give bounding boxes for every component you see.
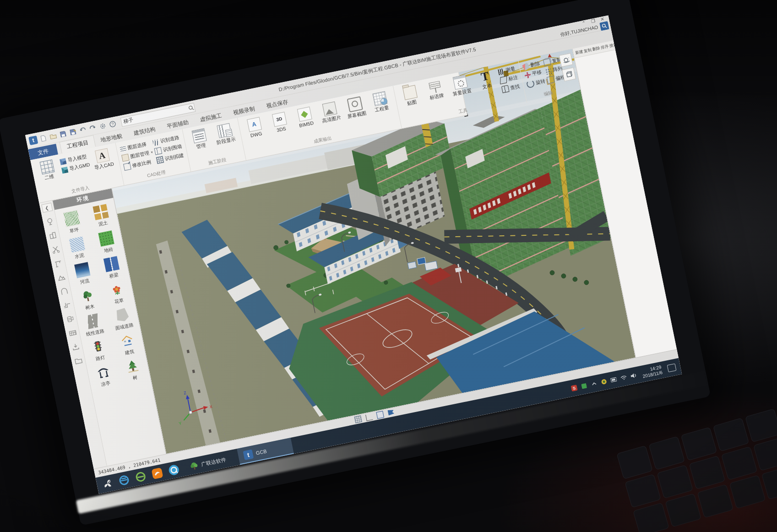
palette-item-trees[interactable]: 树木 xyxy=(71,286,105,314)
building-category-icon[interactable] xyxy=(48,231,57,240)
palette-item-flower[interactable]: 花草 xyxy=(101,280,135,307)
open-file-icon[interactable] xyxy=(49,131,58,141)
gate-category-icon[interactable] xyxy=(59,286,69,296)
palette-item-cement[interactable]: 水泥 xyxy=(61,235,95,262)
measure-icon xyxy=(498,68,505,75)
grid-2d-icon xyxy=(39,159,54,174)
flag-toggle-icon[interactable] xyxy=(388,409,395,416)
close-window-icon[interactable]: ✕ xyxy=(600,17,605,22)
import-cad-button[interactable]: A导入CAD xyxy=(89,146,116,171)
palette-item-pavilion[interactable]: 凉亭 xyxy=(87,363,121,390)
battery-icon[interactable] xyxy=(610,376,617,383)
panel-copy-button[interactable]: 复制 xyxy=(583,47,592,54)
scissors-category-icon[interactable] xyxy=(50,244,60,254)
terrain-category-icon[interactable] xyxy=(56,272,66,282)
screenshot-button[interactable]: 屏幕截图 xyxy=(342,94,369,120)
angle-snap-icon[interactable] xyxy=(365,413,373,421)
slogan-board-button[interactable]: 标语牌 xyxy=(422,77,449,102)
copy-icon xyxy=(543,58,551,66)
palette-item-grass[interactable]: 草坪 xyxy=(55,208,89,237)
stage-display-button[interactable]: 阶段显示 xyxy=(211,121,239,146)
image-icon xyxy=(322,102,337,117)
search-icon xyxy=(601,23,608,29)
redo-icon[interactable] xyxy=(88,124,97,133)
palette-item-tile[interactable]: 地砖 xyxy=(90,229,124,256)
save-icon[interactable] xyxy=(59,130,68,139)
text-t-icon: T xyxy=(478,70,492,84)
action-center-icon[interactable] xyxy=(667,364,677,372)
collapse-panel-button[interactable]: ❮ xyxy=(41,203,53,213)
crane-category-icon[interactable] xyxy=(54,259,63,268)
stage-manage-button[interactable]: 管理 xyxy=(186,126,213,151)
bridge-icon xyxy=(103,256,120,272)
palette-item-area-road[interactable]: 面域道路 xyxy=(106,305,140,333)
search-icon[interactable] xyxy=(187,104,195,112)
measure-button[interactable]: 测量 xyxy=(498,65,517,76)
environment-category-icon[interactable] xyxy=(45,217,54,226)
palette-item-river[interactable]: 河流 xyxy=(66,261,100,288)
export-bim5d-button[interactable]: BIM5D xyxy=(291,104,319,130)
layers-icon xyxy=(120,146,126,152)
undo-icon[interactable] xyxy=(78,125,87,135)
palette-item-tree[interactable]: 树 xyxy=(117,357,151,384)
settings-gear-icon[interactable] xyxy=(98,121,107,130)
help-icon[interactable]: ? xyxy=(108,119,117,129)
quark-browser-icon[interactable] xyxy=(167,463,181,477)
collapse-ribbon-icon[interactable]: ⌃ xyxy=(581,21,586,26)
ortho-toggle-icon[interactable] xyxy=(376,411,385,419)
save-as-icon[interactable] xyxy=(68,127,77,136)
area-road-icon xyxy=(114,307,130,323)
panel-delete-button[interactable]: 删除 xyxy=(592,45,600,52)
texture-map-button[interactable]: 贴图 xyxy=(397,82,424,108)
import-tray-category-icon[interactable] xyxy=(71,342,80,352)
palette-item-building[interactable]: 建筑 xyxy=(111,331,145,358)
palette-item-streetlight[interactable]: 路灯 xyxy=(82,337,116,364)
annotate-button[interactable]: 标注 xyxy=(499,74,518,84)
ie-browser-icon[interactable] xyxy=(117,473,131,488)
find-book-icon xyxy=(501,85,509,93)
photo-of-laptop: t ? D:/Program Files/Glodon/GCB/7.5/Bin/… xyxy=(0,0,777,532)
manage-window-icon xyxy=(191,128,206,143)
folder-category-icon[interactable] xyxy=(73,356,83,365)
delete-button[interactable]: 删除 xyxy=(522,60,542,70)
panel-new-button[interactable]: 新建 xyxy=(575,49,583,56)
show-hidden-icons[interactable] xyxy=(591,380,598,387)
gcb-app-logo[interactable]: t xyxy=(28,136,38,145)
palette-item-bridge[interactable]: 桥梁 xyxy=(96,255,130,282)
palette-item-soil[interactable]: 泥土 xyxy=(85,202,119,231)
pipe-category-icon[interactable] xyxy=(62,300,71,310)
panel-sort-button[interactable]: 排序 xyxy=(600,43,609,50)
import-gmd-icon xyxy=(61,166,68,173)
barrel-category-icon[interactable] xyxy=(65,314,75,324)
uc-browser-icon[interactable] xyxy=(150,467,164,481)
pinwheel-app-icon[interactable] xyxy=(100,477,114,491)
move-button[interactable]: 平移 xyxy=(524,69,544,79)
taskbar-clock[interactable]: 14:29 2018/11/6 xyxy=(641,364,663,380)
360-tray-icon[interactable] xyxy=(600,378,607,385)
hd-image-button[interactable]: 高清图片 xyxy=(316,99,344,124)
new-file-icon[interactable] xyxy=(39,134,48,143)
quantity-button[interactable]: 工程量 xyxy=(366,89,394,114)
quantity-settings-button[interactable]: 算量设置 xyxy=(447,72,474,98)
layer-manager-icon xyxy=(121,154,130,162)
green-tray-icon[interactable] xyxy=(581,382,587,389)
text-button[interactable]: T文本 xyxy=(472,67,500,92)
speaker-icon[interactable] xyxy=(630,372,637,379)
export-3ds-button[interactable]: 3D3DS xyxy=(266,109,293,135)
green-browser-icon[interactable] xyxy=(134,470,148,484)
fence-category-icon[interactable] xyxy=(68,328,77,337)
export-dwg-button[interactable]: ADWG xyxy=(241,114,268,140)
wifi-icon[interactable] xyxy=(620,374,627,381)
restore-window-icon[interactable]: ❐ xyxy=(591,19,596,24)
view-cube-button[interactable] xyxy=(562,67,576,81)
orbit-tool-button[interactable] xyxy=(559,53,573,67)
rotate-button[interactable]: 旋转 xyxy=(526,77,546,88)
2d-view-button[interactable]: 二维 xyxy=(34,157,61,182)
tree-app-icon xyxy=(189,461,199,471)
palette-item-linear-road[interactable]: 线性道路 xyxy=(76,311,110,339)
move-cross-icon xyxy=(524,71,531,78)
3ds-file-icon: 3D xyxy=(272,112,287,127)
sogou-tray-icon[interactable]: S xyxy=(571,384,578,391)
grid-toggle-icon[interactable] xyxy=(354,415,363,423)
find-button[interactable]: 查找 xyxy=(501,83,520,93)
